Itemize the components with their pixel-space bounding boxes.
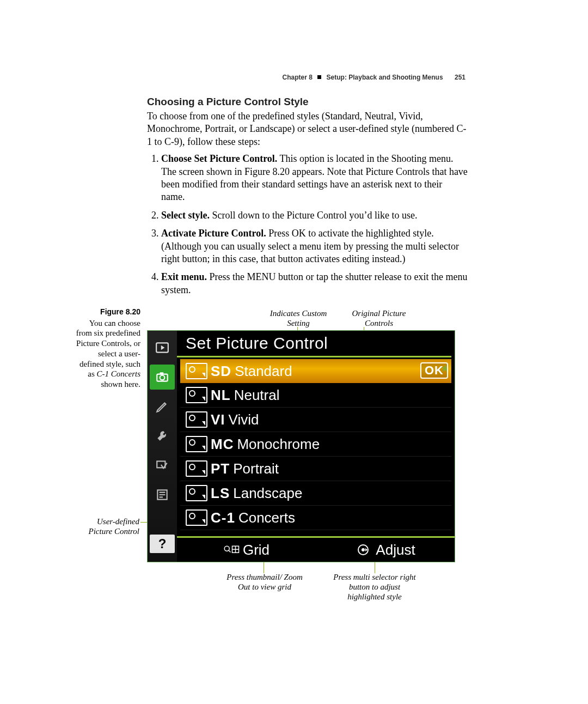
help-tab[interactable]: ? xyxy=(150,535,175,553)
leader-line xyxy=(264,562,264,573)
help-icon: ? xyxy=(158,536,167,551)
section-intro: To choose from one of the predefined sty… xyxy=(147,110,468,148)
section-heading: Choosing a Picture Control Style xyxy=(147,96,468,108)
multi-selector-icon xyxy=(355,543,371,556)
pc-label: Landscape xyxy=(233,485,448,502)
custom-tab[interactable] xyxy=(150,394,175,419)
chapter-title: Setup: Playback and Shooting Menus xyxy=(327,74,443,81)
picture-control-icon xyxy=(186,411,207,428)
step-item: Choose Set Picture Control. This option … xyxy=(161,153,468,204)
setup-tab[interactable] xyxy=(150,423,175,448)
svg-point-13 xyxy=(362,548,365,551)
picture-control-item-concerts[interactable]: C-1 Concerts xyxy=(180,506,451,530)
callout-grid-hint: Press thumbnail/ Zoom Out to view grid xyxy=(221,572,308,592)
picture-control-item-vivid[interactable]: VI Vivid xyxy=(180,408,451,432)
figure-label: Figure 8.20 xyxy=(75,307,140,317)
step-text: Scroll down to the Picture Control you’d… xyxy=(210,210,417,221)
playback-tab[interactable] xyxy=(150,335,175,360)
retouch-tab[interactable] xyxy=(150,453,175,478)
picture-control-item-landscape[interactable]: LS Landscape xyxy=(180,481,451,506)
pc-label: Standard xyxy=(235,363,440,380)
running-header: Chapter 8 Setup: Playback and Shooting M… xyxy=(283,74,465,81)
header-separator-icon xyxy=(317,75,321,79)
pc-code: C-1 xyxy=(211,509,235,526)
step-bold: Select style. xyxy=(161,210,210,221)
adjust-hint[interactable]: Adjust xyxy=(316,542,455,559)
chapter-label: Chapter 8 xyxy=(283,74,313,81)
pc-label: Monochrome xyxy=(237,436,448,453)
grid-label: Grid xyxy=(243,542,270,559)
step-item: Activate Picture Control. Press OK to ac… xyxy=(161,227,468,265)
picture-control-icon xyxy=(186,509,207,526)
picture-control-icon xyxy=(186,460,207,477)
step-item: Select style. Scroll down to the Picture… xyxy=(161,209,468,222)
picture-control-icon xyxy=(186,436,207,452)
leader-line xyxy=(375,562,375,573)
pc-label: Neutral xyxy=(234,387,448,404)
adjust-label: Adjust xyxy=(376,542,415,559)
pc-label: Portrait xyxy=(233,460,448,477)
callout-custom-setting: Indicates Custom Setting xyxy=(260,308,336,328)
picture-control-icon xyxy=(186,485,207,501)
step-bold: Choose Set Picture Control. xyxy=(161,153,277,164)
screen-title: Set Picture Control xyxy=(186,334,328,353)
mymenu-icon xyxy=(155,488,169,502)
picture-control-item-neutral[interactable]: NL Neutral xyxy=(180,383,451,408)
mymenu-tab[interactable] xyxy=(150,482,175,507)
svg-marker-1 xyxy=(161,345,165,350)
pc-code: LS xyxy=(211,485,230,502)
menu-tab-column: ? xyxy=(148,331,177,562)
svg-rect-4 xyxy=(160,372,164,374)
step-item: Exit menu. Press the MENU button or tap … xyxy=(161,271,468,296)
play-icon xyxy=(155,341,169,355)
picture-control-item-portrait[interactable]: PT Portrait xyxy=(180,457,451,481)
svg-line-8 xyxy=(229,550,231,553)
title-rule xyxy=(177,356,451,357)
wrench-icon xyxy=(155,429,169,443)
camera-icon xyxy=(155,370,169,384)
picture-control-item-monochrome[interactable]: MC Monochrome xyxy=(180,432,451,457)
pencil-icon xyxy=(155,399,169,414)
grid-hint[interactable]: Grid xyxy=(177,542,316,559)
pc-code: PT xyxy=(211,460,230,477)
pc-label: Vivid xyxy=(229,411,448,428)
ok-badge[interactable]: OK xyxy=(420,362,448,379)
zoom-grid-icon xyxy=(223,543,240,556)
retouch-icon xyxy=(155,458,169,472)
figure-caption: Figure 8.20 You can choose from six pred… xyxy=(75,307,140,390)
pc-code: MC xyxy=(211,436,234,453)
callout-original-controls: Original Picture Controls xyxy=(341,308,417,328)
step-text: Press the MENU button or tap the shutter… xyxy=(161,271,467,295)
picture-control-list: SD Standard * OK NL Neutral VI Vivid xyxy=(180,359,451,530)
svg-point-3 xyxy=(160,375,165,380)
picture-control-item-standard[interactable]: SD Standard * OK xyxy=(180,359,451,383)
callout-adjust-hint: Press multi selector right button to adj… xyxy=(331,572,418,602)
page-number: 251 xyxy=(455,74,465,81)
step-bold: Activate Picture Control. xyxy=(161,228,266,239)
pc-code: NL xyxy=(211,387,231,404)
shooting-tab[interactable] xyxy=(150,365,175,390)
picture-control-icon xyxy=(186,387,207,403)
pc-code: VI xyxy=(211,411,225,428)
figure-caption-text: You can choose from six predefined Pictu… xyxy=(76,319,140,389)
screen-bottom-bar: Grid Adjust xyxy=(177,536,455,562)
picture-control-icon xyxy=(186,363,207,379)
pc-label: Concerts xyxy=(238,509,448,526)
svg-marker-14 xyxy=(365,548,367,551)
step-bold: Exit menu. xyxy=(161,271,207,282)
camera-screen: ? Set Picture Control SD Standard * OK N… xyxy=(147,330,455,562)
callout-user-defined: User-defined Picture Control xyxy=(75,517,139,536)
pc-code: SD xyxy=(211,363,231,380)
step-list: Choose Set Picture Control. This option … xyxy=(147,153,468,296)
